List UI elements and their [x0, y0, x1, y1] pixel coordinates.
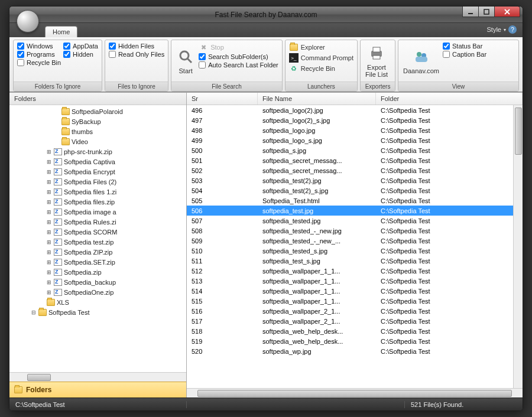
table-row[interactable]: 516softpedia_wallpaper_2_1...C:\Softpedi… [187, 306, 523, 316]
daanav-link[interactable]: Daanav.com [402, 43, 440, 79]
tree-item[interactable]: ⊞Softpedia Captiva [9, 157, 186, 167]
tree-item[interactable]: ⊞Softpedia Files (2) [9, 177, 186, 187]
folder-icon [47, 299, 55, 306]
tree-item[interactable]: ⊞Softpedia_backup [9, 277, 186, 287]
table-row[interactable]: 504softpedia_test(2)_s.jpgC:\Softpedia T… [187, 185, 523, 196]
maximize-button[interactable] [478, 6, 495, 17]
chk-windows[interactable]: Windows [17, 43, 61, 50]
tree-toggle-icon[interactable]: ⊞ [46, 219, 52, 225]
table-row[interactable]: 512softpedia_wallpaper_1_1...C:\Softpedi… [187, 266, 523, 276]
tree-item[interactable]: ⊞SoftpediaOne.zip [9, 287, 186, 297]
table-row[interactable]: 509softpedia_tested_-_new_...C:\Softpedi… [187, 236, 523, 246]
table-row[interactable]: 496softpedia_logo(2).jpgC:\Softpedia Tes… [187, 105, 523, 115]
tree-toggle-icon[interactable]: ⊟ [31, 310, 37, 315]
launcher-recycle[interactable]: ♻Recycle Bin [289, 64, 353, 73]
tree-item[interactable]: ⊞Softpedia ZIP.zip [9, 247, 186, 257]
table-row[interactable]: 499softpedia_logo_s.jpgC:\Softpedia Test [187, 135, 523, 145]
export-button[interactable]: Export File List [364, 43, 389, 79]
tree-item[interactable]: ⊞Softpedia SCORM [9, 227, 186, 237]
table-row[interactable]: 503softpedia_test(2).jpgC:\Softpedia Tes… [187, 175, 523, 185]
col-file-name[interactable]: File Name [258, 93, 376, 105]
chk-appdata[interactable]: AppData [63, 43, 98, 50]
table-row[interactable]: 513softpedia_wallpaper_1_1...C:\Softpedi… [187, 276, 523, 286]
tree-item[interactable]: ⊞Softpedia Encrypt [9, 167, 186, 177]
tree-item[interactable]: ⊞Softpedia.SET.zip [9, 257, 186, 267]
results-h-scrollbar[interactable] [187, 388, 523, 398]
minimize-button[interactable] [462, 6, 479, 17]
tree-item[interactable]: XLS [9, 297, 186, 307]
tree-toggle-icon[interactable]: ⊞ [46, 199, 52, 205]
chk-auto-search[interactable]: Auto Search Last Folder [199, 61, 278, 69]
table-row[interactable]: 501softpedia_secret_messag...C:\Softpedi… [187, 155, 523, 165]
tree-item[interactable]: ⊞Softpedia.zip [9, 267, 186, 277]
chk-programs[interactable]: Programs [17, 51, 61, 58]
tree-item[interactable]: ⊞Softpedia Rules.zi [9, 217, 186, 227]
folder-tree[interactable]: SoftpediaPolaroidSyBackupthumbsVideo⊞php… [9, 105, 186, 372]
tree-toggle-icon[interactable]: ⊞ [46, 159, 52, 165]
table-row[interactable]: 519softpedia_web_help_desk...C:\Softpedi… [187, 336, 523, 346]
col-sr[interactable]: Sr [187, 93, 258, 105]
tree-item[interactable]: ⊞Softpedia image a [9, 207, 186, 217]
folders-footer-button[interactable]: Folders [9, 382, 186, 398]
tree-toggle-icon[interactable]: ⊞ [46, 239, 52, 245]
tree-toggle-icon[interactable]: ⊞ [46, 259, 52, 265]
stop-button[interactable]: ✖Stop [199, 43, 278, 52]
tree-toggle-icon[interactable]: ⊞ [46, 179, 52, 185]
folder-open-icon [289, 43, 299, 52]
tree-toggle-icon[interactable]: ⊞ [46, 269, 52, 275]
table-body[interactable]: 496softpedia_logo(2).jpgC:\Softpedia Tes… [187, 105, 523, 388]
table-row[interactable]: 515softpedia_wallpaper_1_1...C:\Softpedi… [187, 296, 523, 306]
table-row[interactable]: 506softpedia_test.jpgC:\Softpedia Test [187, 206, 523, 216]
chk-caption-bar[interactable]: Caption Bar [443, 51, 486, 58]
tree-toggle-icon[interactable]: ⊞ [46, 169, 52, 175]
chk-search-subfolders[interactable]: Search SubFolder(s) [199, 53, 278, 60]
tree-toggle-icon[interactable]: ⊞ [46, 209, 52, 215]
col-folder[interactable]: Folder [376, 93, 523, 105]
tree-toggle-icon[interactable]: ⊞ [46, 149, 52, 155]
chk-readonly-files[interactable]: Read Only Files [109, 51, 164, 58]
table-row[interactable]: 497softpedia_logo(2)_s.jpgC:\Softpedia T… [187, 115, 523, 125]
tree-item[interactable]: ⊞Softpedia files.zip [9, 197, 186, 207]
tree-toggle-icon[interactable]: ⊞ [46, 229, 52, 235]
tree-h-scrollbar[interactable] [9, 372, 186, 382]
tree-item[interactable]: ⊞php-src-trunk.zip [9, 146, 186, 157]
table-row[interactable]: 508softpedia_tested_-_new.jpgC:\Softpedi… [187, 226, 523, 236]
table-row[interactable]: 517softpedia_wallpaper_2_1...C:\Softpedi… [187, 316, 523, 326]
tree-item[interactable]: ⊞Softpedia files 1.zi [9, 187, 186, 197]
table-row[interactable]: 507softpedia_tested.jpgC:\Softpedia Test [187, 216, 523, 226]
tree-toggle-icon[interactable]: ⊞ [46, 279, 52, 285]
table-row[interactable]: 498softpedia_logo.jpgC:\Softpedia Test [187, 125, 523, 135]
chk-hidden-files[interactable]: Hidden Files [109, 43, 164, 50]
style-dropdown[interactable]: Style ▾ ? [487, 25, 517, 34]
tree-item[interactable]: SyBackup [9, 116, 186, 126]
tab-home[interactable]: Home [45, 26, 77, 37]
start-button[interactable]: Start [175, 43, 196, 79]
tree-toggle-icon[interactable]: ⊞ [46, 249, 52, 255]
table-row[interactable]: 511softpedia_test_s.jpgC:\Softpedia Test [187, 256, 523, 266]
launcher-cmd[interactable]: >_Command Prompt [289, 53, 353, 63]
launcher-explorer[interactable]: Explorer [289, 43, 353, 52]
tree-item[interactable]: SoftpediaPolaroid [9, 106, 186, 116]
table-row[interactable]: 505Softpedia_Test.htmlC:\Softpedia Test [187, 196, 523, 206]
tree-item[interactable]: Video [9, 136, 186, 146]
tree-toggle-icon[interactable]: ⊞ [46, 189, 52, 195]
help-icon[interactable]: ? [508, 25, 517, 34]
chk-recycle-bin[interactable]: Recycle Bin [17, 59, 61, 66]
tree-item[interactable]: thumbs [9, 126, 186, 136]
table-row[interactable]: 514softpedia_wallpaper_1_1...C:\Softpedi… [187, 286, 523, 296]
tree-item[interactable]: ⊞Softpedia test.zip [9, 237, 186, 247]
close-button[interactable] [494, 6, 520, 17]
app-orb-button[interactable] [17, 10, 39, 32]
results-v-scrollbar[interactable] [513, 105, 523, 388]
title-bar[interactable]: Fast File Search by Daanav.com [9, 6, 523, 23]
table-row[interactable]: 510softpedia_tested_s.jpgC:\Softpedia Te… [187, 246, 523, 256]
chk-status-bar[interactable]: Status Bar [443, 43, 486, 50]
table-row[interactable]: 502softpedia_secret_messag...C:\Softpedi… [187, 165, 523, 175]
chk-hidden-folders[interactable]: Hidden [63, 51, 98, 58]
table-row[interactable]: 500softpedia_s.jpgC:\Softpedia Test [187, 145, 523, 155]
table-row[interactable]: 518softpedia_web_help_desk...C:\Softpedi… [187, 326, 523, 336]
zip-icon [54, 158, 62, 165]
tree-item[interactable]: ⊟Softpedia Test [9, 307, 186, 317]
tree-toggle-icon[interactable]: ⊞ [46, 289, 52, 295]
table-row[interactable]: 520softpedia_wp.jpgC:\Softpedia Test [187, 346, 523, 356]
